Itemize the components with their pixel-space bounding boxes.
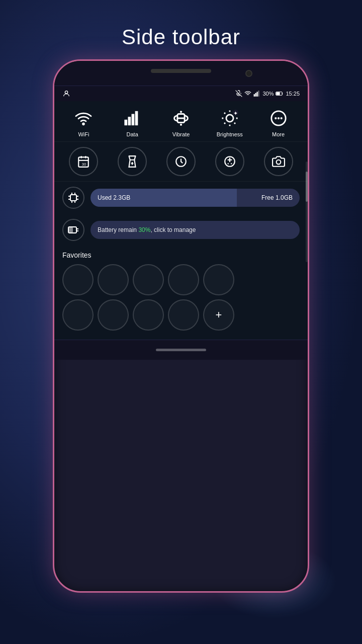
favorites-row-2: + — [62, 299, 300, 331]
svg-rect-4 — [255, 93, 256, 97]
wifi-label: WiFi — [78, 131, 89, 137]
scroll-thumb — [306, 172, 308, 202]
fav-slot-7[interactable] — [98, 299, 129, 331]
icon-row: 30 — [54, 142, 308, 182]
svg-point-31 — [277, 117, 279, 119]
status-left — [62, 90, 70, 98]
svg-line-22 — [234, 123, 235, 124]
svg-rect-8 — [277, 92, 280, 95]
phone-bottom — [54, 340, 308, 360]
vibrate-label: Vibrate — [172, 131, 190, 137]
mute-icon — [235, 90, 242, 97]
phone-camera — [245, 70, 252, 77]
toggle-wifi[interactable]: WiFi — [63, 107, 104, 137]
svg-rect-13 — [135, 111, 138, 125]
fav-slot-8[interactable] — [133, 299, 164, 331]
svg-point-9 — [83, 123, 84, 125]
brightness-toggle-icon: ✦ — [219, 107, 241, 129]
fav-slot-9[interactable] — [168, 299, 199, 331]
battery-icon — [67, 224, 79, 236]
svg-point-46 — [276, 160, 281, 165]
svg-rect-5 — [257, 92, 258, 97]
more-toggle-icon — [267, 107, 290, 129]
toggle-vibrate[interactable]: Vibrate — [161, 107, 201, 137]
vibrate-toggle-icon — [170, 107, 192, 129]
phone-frame: 30% 15:25 — [53, 59, 309, 593]
quick-toggles-row: WiFi Data — [54, 101, 308, 142]
fav-slot-3[interactable] — [133, 264, 164, 295]
scroll-indicator — [306, 162, 308, 262]
wifi-toggle-icon — [72, 107, 95, 129]
fav-slot-4[interactable] — [168, 264, 199, 295]
status-wifi-icon — [244, 90, 251, 97]
svg-rect-11 — [128, 117, 131, 125]
data-label: Data — [127, 131, 138, 137]
fav-slot-5[interactable] — [203, 264, 234, 295]
toggle-data[interactable]: Data — [112, 107, 152, 137]
toggle-brightness[interactable]: ✦ Brightness — [210, 107, 250, 137]
more-label: More — [272, 131, 285, 137]
battery-percent: 30% — [262, 91, 274, 97]
signal-icon — [253, 90, 260, 97]
svg-point-32 — [280, 117, 282, 119]
memory-free-text: Free 1.0GB — [261, 194, 293, 201]
memory-used-bar: Used 2.3GB — [90, 189, 237, 207]
svg-rect-12 — [132, 114, 135, 126]
fav-slot-2[interactable] — [98, 264, 129, 295]
phone-top — [54, 61, 308, 86]
svg-rect-59 — [69, 227, 73, 232]
status-battery-icon — [276, 91, 284, 97]
svg-rect-3 — [254, 94, 255, 97]
svg-text:30: 30 — [82, 162, 86, 167]
user-icon — [62, 90, 70, 98]
favorites-title: Favorites — [62, 251, 300, 259]
status-bar: 30% 15:25 — [54, 86, 308, 101]
svg-rect-47 — [70, 195, 76, 201]
svg-point-18 — [226, 115, 233, 122]
memory-bar[interactable]: Used 2.3GB Free 1.0GB — [90, 189, 300, 207]
fav-slot-1[interactable] — [62, 264, 94, 295]
camera-button[interactable] — [264, 147, 293, 176]
flashlight-button[interactable] — [118, 147, 147, 176]
calculator-button[interactable] — [215, 147, 244, 176]
svg-point-30 — [275, 117, 277, 119]
battery-icon-container — [62, 219, 84, 241]
battery-row: Battery remain 30%, click to manage — [54, 214, 308, 246]
chip-icon-container — [62, 187, 84, 209]
fav-add-button[interactable]: + — [203, 299, 234, 331]
battery-info-text: Battery remain 30%, click to manage — [98, 226, 196, 233]
chip-icon — [67, 192, 79, 204]
status-time: 15:25 — [286, 91, 300, 97]
status-right: 30% 15:25 — [235, 90, 300, 97]
svg-line-25 — [224, 123, 225, 124]
clock-button[interactable] — [166, 147, 196, 176]
battery-percent-text: 30% — [138, 226, 150, 233]
phone-speaker — [151, 69, 211, 73]
svg-rect-6 — [258, 91, 259, 97]
memory-row: Used 2.3GB Free 1.0GB — [54, 182, 308, 214]
calendar-button[interactable]: 30 — [69, 147, 98, 176]
svg-point-0 — [65, 91, 67, 94]
svg-text:✦: ✦ — [233, 110, 238, 116]
favorites-section: Favorites + — [54, 246, 308, 340]
svg-line-21 — [224, 113, 225, 114]
home-indicator — [156, 349, 206, 351]
svg-rect-10 — [125, 120, 128, 125]
page-title: Side toolbar — [122, 25, 240, 49]
favorites-row-1 — [62, 264, 300, 295]
phone-screen: WiFi Data — [54, 101, 308, 340]
fav-slot-6[interactable] — [62, 299, 94, 331]
battery-info-bar[interactable]: Battery remain 30%, click to manage — [90, 221, 300, 239]
data-toggle-icon — [121, 107, 143, 129]
brightness-label: Brightness — [217, 131, 243, 137]
toggle-more[interactable]: More — [258, 107, 299, 137]
memory-used-text: Used 2.3GB — [98, 194, 130, 201]
